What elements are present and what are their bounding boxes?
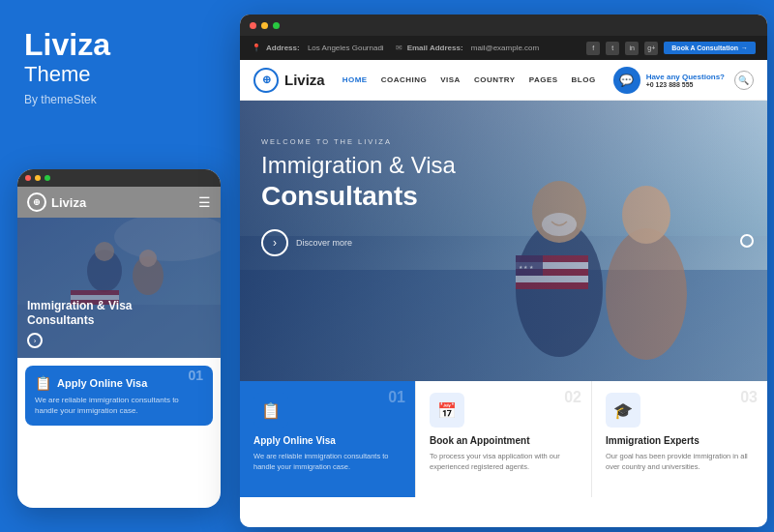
address-item: 📍 Address: Los Angeles Gournadi	[252, 44, 384, 52]
mobile-hero: Immigration & Visa Consultants ›	[17, 218, 221, 358]
brand-by: By themeStek	[24, 93, 213, 106]
card-title-3: Immigration Experts	[606, 435, 754, 446]
topbar-right: f t in g+ Book A Consultation →	[586, 42, 756, 55]
globe-nav-icon: ⊕	[253, 68, 279, 93]
instagram-icon[interactable]: g+	[644, 42, 658, 55]
nav-visa[interactable]: VISA	[440, 75, 461, 84]
mobile-hero-h1: Immigration & Visa Consultants	[27, 299, 132, 329]
nav-coaching[interactable]: COACHING	[381, 75, 428, 84]
service-card-3: 03 🎓 Immigration Experts Our goal has be…	[592, 381, 767, 497]
brand-subtitle: Theme	[24, 62, 213, 87]
address-value: Los Angeles Gournadi	[308, 44, 384, 52]
nav-pages[interactable]: PAGES	[529, 75, 558, 84]
card-num-1: 01	[388, 389, 405, 406]
service-cards: 01 📋 Apply Online Visa We are reliable i…	[240, 381, 767, 497]
browser-dot-yellow	[261, 22, 268, 29]
card-icon-2: 📅	[430, 393, 464, 428]
card-text-1: We are reliable immigration consultants …	[253, 451, 402, 473]
discover-text: Discover more	[296, 238, 352, 248]
topbar-left: 📍 Address: Los Angeles Gournadi ✉ Email …	[252, 44, 539, 52]
consult-button[interactable]: Book A Consultation →	[664, 42, 756, 54]
mobile-card-text: We are reliable immigration consultants …	[35, 395, 203, 416]
nav-links: HOME COACHING VISA COUNTRY PAGES BLOG	[342, 75, 596, 84]
mobile-hero-text: Immigration & Visa Consultants	[27, 299, 132, 329]
discover-btn[interactable]: ›	[261, 229, 288, 256]
facebook-icon[interactable]: f	[586, 42, 600, 55]
nav-country[interactable]: COUNTRY	[474, 75, 516, 84]
service-card-2: 02 📅 Book an Appointment To process your…	[416, 381, 592, 497]
nav-blog[interactable]: BLOG	[572, 75, 596, 84]
phone-text: Have any Questions? +0 123 888 555	[646, 73, 725, 88]
card-title-1: Apply Online Visa	[253, 435, 402, 446]
hero-section: ★ ★ ★ WELCOME TO THE LIVIZA Immigration …	[240, 101, 767, 381]
globe-icon: ⊕	[27, 192, 46, 212]
hero-discover: › Discover more	[261, 229, 456, 256]
address-label: Address:	[266, 44, 300, 52]
card-icon-3: 🎓	[606, 393, 640, 428]
pin-icon: 📍	[252, 44, 261, 52]
email-icon: ✉	[396, 44, 402, 52]
mobile-dot-yellow	[35, 175, 41, 181]
hero-radio-dot[interactable]	[740, 234, 754, 248]
browser-dot-green	[273, 22, 280, 29]
card-num-3: 03	[740, 389, 758, 406]
mobile-logo-text: Liviza	[51, 195, 86, 210]
brand-title: Liviza	[24, 29, 213, 60]
hero-welcome: WELCOME TO THE LIVIZA	[261, 137, 456, 146]
site-nav: ⊕ Liviza HOME COACHING VISA COUNTRY PAGE…	[240, 60, 767, 101]
email-item: ✉ Email Address: mail@example.com	[396, 44, 540, 52]
mobile-mockup: ⊕ Liviza ☰	[17, 169, 221, 508]
mobile-card-num: 01	[188, 368, 203, 383]
mobile-dot-green	[45, 175, 50, 181]
service-card-1: 01 📋 Apply Online Visa We are reliable i…	[240, 381, 416, 497]
browser-dot-red	[250, 22, 256, 29]
nav-home[interactable]: HOME	[342, 75, 368, 84]
nav-right: 💬 Have any Questions? +0 123 888 555 🔍	[613, 67, 754, 94]
mobile-top-bar	[17, 169, 221, 187]
card-num-2: 02	[564, 389, 581, 406]
nav-phone-area: 💬 Have any Questions? +0 123 888 555	[613, 67, 725, 94]
hamburger-icon[interactable]: ☰	[198, 194, 211, 210]
mobile-dot-red	[25, 175, 31, 181]
card-text-3: Our goal has been provide immigration in…	[606, 451, 754, 473]
linkedin-icon[interactable]: in	[625, 42, 639, 55]
left-panel: Liviza Theme By themeStek ⊕ Liviza ☰	[0, 0, 237, 532]
mobile-service-card: 01 📋 Apply Online Visa We are reliable i…	[25, 366, 213, 426]
twitter-icon[interactable]: t	[606, 42, 619, 55]
email-value: mail@example.com	[471, 44, 539, 52]
mobile-logo: ⊕ Liviza	[27, 192, 86, 212]
hero-heading: Immigration & Visa Consultants	[261, 152, 456, 212]
mobile-card-title: 📋 Apply Online Visa	[35, 375, 203, 391]
mobile-hero-overlay	[17, 218, 221, 358]
mobile-nav: ⊕ Liviza ☰	[17, 187, 221, 218]
email-label: Email Address:	[407, 44, 463, 52]
arrow-icon: →	[741, 44, 748, 51]
mobile-circle-btn[interactable]: ›	[27, 333, 43, 348]
hero-content: WELCOME TO THE LIVIZA Immigration & Visa…	[261, 137, 456, 256]
mobile-card-wrapper: 01 📋 Apply Online Visa We are reliable i…	[17, 366, 221, 426]
search-icon[interactable]: 🔍	[734, 71, 754, 90]
browser-top-bar	[240, 15, 767, 36]
site-topbar: 📍 Address: Los Angeles Gournadi ✉ Email …	[240, 36, 767, 60]
nav-logo: ⊕ Liviza	[253, 68, 325, 93]
browser-mockup: 📍 Address: Los Angeles Gournadi ✉ Email …	[240, 15, 767, 527]
card-icon-1: 📋	[253, 393, 288, 428]
card-text-2: To process your visa application with ou…	[430, 451, 578, 473]
book-icon: 📋	[35, 375, 51, 391]
card-title-2: Book an Appointment	[430, 435, 578, 446]
phone-icon: 💬	[613, 67, 640, 94]
